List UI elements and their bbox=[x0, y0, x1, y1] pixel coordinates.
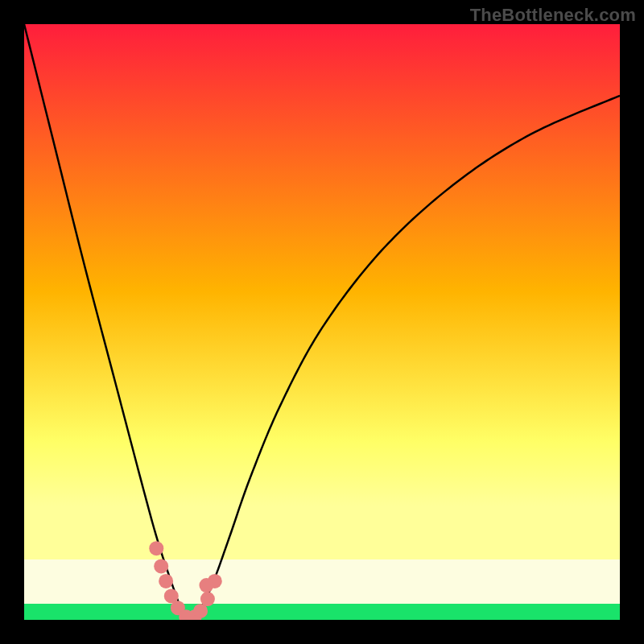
watermark: TheBottleneck.com bbox=[470, 5, 636, 26]
green-strip bbox=[24, 604, 620, 620]
chart-area bbox=[24, 24, 620, 620]
white-band bbox=[24, 559, 620, 604]
heat-gradient bbox=[24, 24, 620, 559]
background-gradient bbox=[24, 24, 620, 620]
